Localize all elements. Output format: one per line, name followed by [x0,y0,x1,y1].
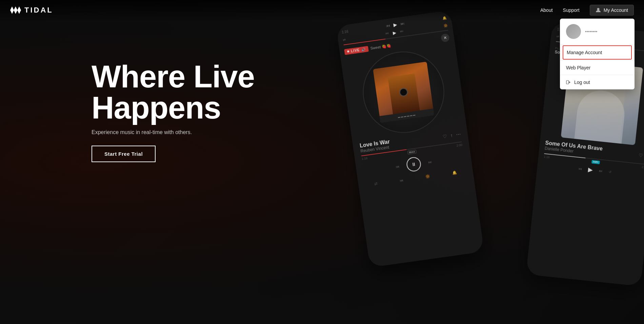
web-player-label: Web Player [566,65,590,70]
next-icon-right[interactable]: ⏭ [599,169,603,173]
my-account-label: My Account [604,7,628,13]
headline-line1: Where Live [92,59,255,94]
live-badge: LIVE 🔊 [344,46,369,55]
live-sweet-label: Sweet 🍓🍓 [370,43,391,50]
navbar: TIDAL About Support My Account [0,0,644,20]
dropdown-profile-row: •••••••• [560,19,635,45]
nav-links: About Support My Account [540,5,634,16]
time-current-right: 1:16 [544,155,550,159]
log-out-label: Log out [574,80,590,85]
manage-account-item[interactable]: Manage Account [563,45,632,60]
close-button[interactable]: ✕ [441,33,450,42]
time-total-right: 2:00 [642,165,644,169]
hero-section: Where Live Happens Experience music in r… [92,61,255,162]
phone-left: 1:16 ⏮ ▶ ⏭ 🔔 ⇄ ⏮ ▶ ⏭ 🔆 [336,10,484,267]
pause-button[interactable]: ⏸ [406,156,422,172]
svg-marker-1 [14,6,18,14]
about-link[interactable]: About [540,7,553,13]
log-out-item[interactable]: Log out [560,75,635,89]
manage-account-label: Manage Account [567,50,602,55]
logout-icon [566,80,571,85]
logo: TIDAL [10,6,53,15]
hero-headline: Where Live Happens [92,61,255,123]
logo-text: TIDAL [24,6,53,15]
svg-rect-4 [566,81,569,84]
live-label: LIVE [350,48,360,53]
tidal-logo-icon [10,6,21,14]
headline-line2: Happens [92,90,221,125]
my-account-button[interactable]: My Account [590,5,634,16]
dropdown-username: •••••••• [585,29,597,34]
avatar [566,24,581,39]
start-free-trial-button[interactable]: Start Free Trial [92,146,156,162]
support-link[interactable]: Support [563,7,580,13]
svg-marker-2 [17,6,21,14]
user-icon [596,7,601,13]
next-icon[interactable]: ⏭ [428,160,432,164]
svg-point-3 [597,8,599,10]
repeat-icon-right[interactable]: ↺ [608,170,611,174]
account-dropdown: •••••••• Manage Account Web Player Log o… [560,19,635,89]
play-button-right[interactable]: ▶ [588,166,593,174]
svg-marker-0 [10,6,14,14]
web-player-item[interactable]: Web Player [560,61,635,75]
hero-subheading: Experience music in real-time with other… [92,129,255,135]
prev-icon[interactable]: ⏮ [395,164,400,169]
prev-icon-right[interactable]: ⏮ [578,167,582,171]
